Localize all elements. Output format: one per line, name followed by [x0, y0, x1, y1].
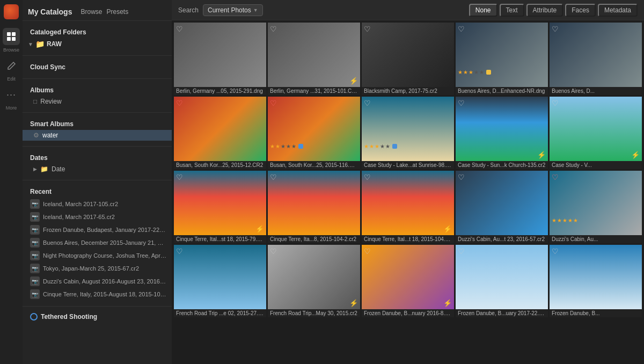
lightning-icon: ⚡: [349, 77, 358, 85]
heart-icon[interactable]: ♡: [552, 247, 559, 256]
filter-faces-btn[interactable]: Faces: [565, 4, 596, 17]
my-catalogs-title: My Catalogs: [28, 8, 72, 16]
folder-icon: 📁: [35, 40, 45, 48]
photo-cell[interactable]: ⚡ ♡ Cinque Terre, Ital...st 18, 2015-79.…: [174, 171, 266, 243]
heart-icon[interactable]: ♡: [458, 173, 465, 181]
review-album-item[interactable]: □ Review: [23, 96, 172, 107]
recent-label-0: Iceland, March 2017-105.cr2: [43, 201, 118, 207]
browse-icon-btn[interactable]: [3, 28, 20, 45]
recent-item-2[interactable]: 📷 Frozen Danube, Budapest, January 2017-…: [23, 223, 172, 236]
recent-thumb-0: 📷: [30, 199, 40, 209]
star-rating: ★★★★★: [270, 143, 303, 149]
recent-thumb-2: 📷: [30, 225, 40, 235]
heart-icon[interactable]: ♡: [364, 173, 371, 181]
date-folder-icon: 📁: [40, 165, 48, 173]
presets-tab[interactable]: Presets: [106, 8, 128, 16]
filter-none-btn[interactable]: None: [469, 4, 497, 17]
recent-thumb-7: 📷: [30, 289, 40, 299]
heart-icon[interactable]: ♡: [176, 99, 183, 107]
recent-label-4: Night Photography Course, Joshua Tree, A…: [43, 252, 166, 259]
recent-item-3[interactable]: 📷 Buenos Aires, December 2015-January 21…: [23, 236, 172, 249]
filter-buttons: None Text Attribute Faces Metadata: [469, 4, 638, 17]
date-item[interactable]: ▶ 📁 Date: [23, 164, 172, 174]
heart-icon[interactable]: ♡: [270, 173, 277, 181]
photo-cell[interactable]: ⚡ ♡ French Road Trip...May 30, 2015.cr2: [268, 245, 360, 317]
lightning-icon: ⚡: [255, 225, 264, 233]
photo-cell[interactable]: ⚡ ♡ Case Study - Sun...k Church-135.cr2: [456, 97, 548, 169]
star-rating: ★★★★★: [552, 217, 578, 223]
heart-icon[interactable]: ♡: [458, 25, 465, 33]
heart-icon[interactable]: ♡: [364, 25, 371, 33]
filter-attribute-btn[interactable]: Attribute: [526, 4, 564, 17]
photo-cell[interactable]: ⚡ ♡ Case Study - V...: [550, 97, 642, 169]
svg-rect-0: [7, 32, 11, 36]
heart-icon[interactable]: ♡: [552, 25, 559, 33]
heart-icon[interactable]: ♡: [364, 99, 371, 107]
recent-label-7: Cinque Terre, Italy, 2015-August 18, 201…: [43, 291, 166, 297]
filter-metadata-btn[interactable]: Metadata: [598, 4, 638, 17]
water-smart-album-item[interactable]: ⚙ water: [23, 130, 172, 141]
smart-albums-section: Smart Albums ⚙ water: [23, 116, 172, 143]
photo-caption: Case Study - V...: [550, 161, 642, 169]
heart-icon[interactable]: ♡: [458, 247, 465, 256]
photo-cell[interactable]: ♡ Busan, South Kor...25, 2015-12.CR2: [174, 97, 266, 169]
photo-cell[interactable]: ♡ French Road Trip ...e 02, 2015-27.jpg: [174, 245, 266, 317]
dates-section: Dates ▶ 📁 Date: [23, 150, 172, 177]
photo-cell[interactable]: ♡ Blacksmith Camp, 2017-75.cr2: [362, 23, 454, 95]
photo-caption: Duzzi's Cabin, Au...: [550, 235, 642, 243]
photo-cell[interactable]: ⚡ ♡ Berlin, Germany ...31, 2015-101.CR2: [268, 23, 360, 95]
raw-folder-row[interactable]: ▼ 📁 RAW: [23, 38, 172, 50]
browse-tab[interactable]: Browse: [80, 8, 102, 16]
photo-cell[interactable]: ⚡ ♡ Frozen Danube, B...nuary 2016-8.cr2: [362, 245, 454, 317]
recent-label-6: Duzzi's Cabin, August 2016-August 23, 20…: [43, 278, 166, 285]
photo-caption: Blacksmith Camp, 2017-75.cr2: [362, 87, 454, 95]
star-rating: ★★★★★: [364, 143, 397, 149]
photo-cell[interactable]: ⚡ ♡ Cinque Terre, Ital...t 18, 2015-104.…: [362, 171, 454, 243]
recent-item-0[interactable]: 📷 Iceland, March 2017-105.cr2: [23, 198, 172, 210]
cloud-sync-title: Cloud Sync: [23, 61, 172, 73]
photo-cell[interactable]: ♡ Frozen Danube, B...: [550, 245, 642, 317]
tethered-shooting-item[interactable]: Tethered Shooting: [23, 310, 172, 324]
recent-item-4[interactable]: 📷 Night Photography Course, Joshua Tree,…: [23, 249, 172, 262]
heart-icon[interactable]: ♡: [270, 247, 277, 256]
photo-cell[interactable]: ♡ Cinque Terre, Ita...8, 2015-104-2.cr2: [268, 171, 360, 243]
heart-icon[interactable]: ♡: [552, 173, 559, 181]
tethered-label: Tethered Shooting: [41, 313, 97, 321]
filter-text-btn[interactable]: Text: [500, 4, 524, 17]
photo-cell[interactable]: ♡ Duzzi's Cabin, Au...t 23, 2016-57.cr2: [456, 171, 548, 243]
photo-caption: French Road Trip ...e 02, 2015-27.jpg: [174, 309, 266, 317]
photo-caption: Berlin, Germany ...05, 2015-291.dng: [174, 87, 266, 95]
photo-cell[interactable]: ♡ ★★★★★ Busan, South Kor...25, 2015-116.…: [268, 97, 360, 169]
photo-cell[interactable]: ♡ ★★★★★ Duzzi's Cabin, Au...: [550, 171, 642, 243]
photo-cell[interactable]: ♡ Buenos Aires, D...: [550, 23, 642, 95]
water-smart-album-label: water: [42, 132, 58, 139]
heart-icon[interactable]: ♡: [364, 247, 371, 256]
review-album-label: Review: [40, 98, 61, 105]
heart-icon[interactable]: ♡: [270, 99, 277, 107]
photo-caption: Buenos Aires, D...Enhanced-NR.dng: [456, 87, 548, 95]
heart-icon[interactable]: ♡: [176, 25, 183, 33]
more-icon-btn[interactable]: ···: [3, 86, 20, 103]
recent-title: Recent: [23, 186, 172, 198]
photo-cell[interactable]: ♡ ★★★★★ Buenos Aires, D...Enhanced-NR.dn…: [456, 23, 548, 95]
recent-item-6[interactable]: 📷 Duzzi's Cabin, August 2016-August 23, …: [23, 275, 172, 288]
photo-grid: ♡ Berlin, Germany ...05, 2015-291.dng ⚡ …: [172, 20, 644, 364]
photo-cell[interactable]: ♡ Frozen Danube, B...uary 2017-22.cr2: [456, 245, 548, 317]
recent-item-1[interactable]: 📷 Iceland, March 2017-65.cr2: [23, 210, 172, 223]
cataloged-folders-section: Cataloged Folders ▼ 📁 RAW: [23, 24, 172, 52]
recent-thumb-1: 📷: [30, 212, 40, 222]
heart-icon[interactable]: ♡: [270, 25, 277, 33]
heart-icon[interactable]: ♡: [552, 99, 559, 107]
photo-cell[interactable]: ♡ ★★★★★ Case Study - Lake...at Sunrise-9…: [362, 97, 454, 169]
recent-item-5[interactable]: 📷 Tokyo, Japan-March 25, 2015-67.cr2: [23, 262, 172, 275]
heart-icon[interactable]: ♡: [176, 247, 183, 256]
recent-item-7[interactable]: 📷 Cinque Terre, Italy, 2015-August 18, 2…: [23, 288, 172, 301]
heart-icon[interactable]: ♡: [458, 99, 465, 107]
edit-icon-btn[interactable]: [3, 57, 20, 74]
heart-icon[interactable]: ♡: [176, 173, 183, 181]
photo-caption: Cinque Terre, Ital...st 18, 2015-79.cr2: [174, 235, 266, 243]
photo-cell[interactable]: ♡ Berlin, Germany ...05, 2015-291.dng: [174, 23, 266, 95]
recent-label-2: Frozen Danube, Budapest, January 2017-22…: [43, 227, 166, 233]
photo-caption: Cinque Terre, Ita...8, 2015-104-2.cr2: [268, 235, 360, 243]
search-scope-dropdown[interactable]: Current Photos ▼: [203, 4, 263, 16]
